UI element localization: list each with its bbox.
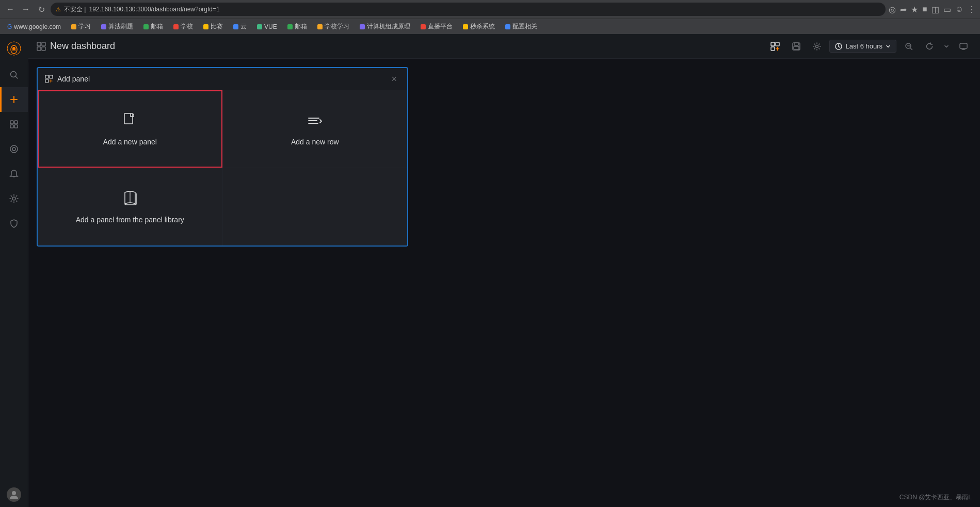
svg-line-33 [910, 48, 912, 50]
empty-panel-option [223, 168, 408, 246]
svg-rect-42 [124, 113, 133, 124]
sidebar-bottom [7, 487, 21, 507]
add-panel-header: Add panel × [38, 68, 407, 90]
bookmark-cloud[interactable]: 云 [230, 21, 250, 32]
svg-rect-16 [42, 42, 45, 46]
url-value: 192.168.100.130:3000/dashboard/new?orgId… [89, 6, 219, 13]
bookmark-google[interactable]: G www.google.com [4, 22, 64, 31]
add-panel-icon [770, 42, 780, 51]
forward-button[interactable]: → [20, 3, 32, 15]
reload-button[interactable]: ↻ [35, 3, 47, 15]
add-panel-title-icon [45, 75, 53, 83]
footer-credit: CSDN @艾卡西亚、暴雨L [899, 493, 972, 502]
bookmark-mail2[interactable]: 邮箱 [284, 21, 310, 32]
sidebar-item-settings[interactable] [0, 186, 28, 211]
svg-rect-15 [37, 42, 41, 46]
bookmark-mail[interactable]: 邮箱 [140, 21, 166, 32]
svg-rect-34 [960, 43, 967, 48]
shield-icon [9, 219, 19, 228]
refresh-button[interactable] [921, 39, 938, 54]
dropdown-chevron-icon [944, 44, 949, 49]
bookmark-contest[interactable]: 比赛 [200, 21, 226, 32]
dashboard-grid-icon [37, 42, 46, 51]
address-bar[interactable]: ⚠ 不安全 | 192.168.100.130:3000/dashboard/n… [51, 3, 886, 16]
bookmark-vue[interactable]: VUE [254, 22, 280, 31]
svg-rect-18 [42, 47, 45, 51]
profile-icon[interactable]: ◫ [931, 5, 939, 14]
document-icon [122, 112, 138, 129]
bookmark-label: 算法刷题 [108, 22, 133, 31]
dashboard-title-area: New dashboard [37, 41, 766, 52]
svg-rect-17 [37, 47, 41, 51]
add-new-panel-option[interactable]: Add a new panel [38, 90, 222, 168]
clock-icon [835, 43, 842, 50]
sidebar-item-explore[interactable] [0, 137, 28, 161]
add-new-row-option[interactable]: Add a new row [223, 90, 408, 168]
back-button[interactable]: ← [4, 3, 17, 15]
svg-point-14 [12, 491, 16, 495]
svg-rect-10 [14, 125, 18, 128]
svg-rect-7 [10, 121, 13, 124]
puzzle-icon[interactable]: ■ [922, 5, 927, 14]
svg-rect-19 [771, 42, 775, 46]
menu-icon[interactable]: ⋮ [968, 5, 976, 14]
search-icon [9, 70, 19, 79]
chevron-down-icon [886, 44, 891, 49]
svg-rect-8 [14, 121, 18, 124]
bookmark-config[interactable]: 配置相关 [502, 21, 540, 32]
refresh-dropdown-button[interactable] [942, 41, 951, 52]
bookmark-icon[interactable]: ★ [911, 5, 918, 14]
time-range-button[interactable]: Last 6 hours [829, 40, 896, 53]
main-content: New dashboard [28, 34, 980, 507]
sidebar-item-dashboards[interactable] [0, 112, 28, 137]
bookmark-label: 学校学习 [325, 22, 349, 31]
tv-mode-button[interactable] [955, 39, 972, 54]
grafana-logo-svg [7, 41, 21, 56]
sidebar-item-search[interactable] [0, 62, 28, 87]
tv-icon [959, 42, 968, 51]
sidebar-item-add[interactable] [0, 87, 28, 112]
svg-point-13 [12, 197, 15, 200]
zoom-out-button[interactable] [901, 39, 917, 54]
grafana-logo[interactable] [0, 34, 28, 62]
add-library-panel-option[interactable]: Add a panel from the panel library [38, 168, 222, 246]
gear-icon [9, 194, 19, 203]
avatar[interactable] [7, 487, 21, 502]
sidebar-item-alerting[interactable] [0, 161, 28, 186]
book-icon [122, 190, 138, 207]
bookmark-flash-sale[interactable]: 秒杀系统 [460, 21, 498, 32]
dashboards-icon [9, 120, 19, 129]
library-panel-label: Add a panel from the panel library [76, 216, 184, 224]
new-row-label: Add a new row [291, 138, 339, 146]
panel-options-grid: Add a new panel Add a new row [38, 90, 407, 246]
bell-icon [9, 169, 19, 178]
add-panel-container: Add panel × Add a ne [37, 67, 408, 247]
svg-rect-9 [10, 125, 13, 128]
row-icon [307, 112, 323, 129]
add-panel-close-button[interactable]: × [388, 73, 400, 85]
security-icon: ⚠ [56, 6, 61, 13]
svg-point-11 [10, 145, 18, 153]
bookmark-streaming[interactable]: 直播平台 [417, 21, 456, 32]
bookmark-school-study[interactable]: 学校学习 [314, 21, 352, 32]
svg-rect-37 [45, 75, 49, 78]
bookmark-study[interactable]: 学习 [68, 21, 94, 32]
bookmark-school[interactable]: 学校 [170, 21, 196, 32]
svg-rect-20 [776, 42, 779, 46]
extensions-icon[interactable]: ◎ [889, 5, 896, 14]
bookmark-label: www.google.com [14, 23, 61, 30]
sidebar-item-shield[interactable] [0, 211, 28, 236]
sidebar [0, 34, 28, 507]
user-icon[interactable]: ☺ [955, 5, 963, 14]
share-icon[interactable]: ➦ [900, 5, 907, 14]
library-panel-icon [122, 190, 138, 209]
settings-button[interactable] [809, 39, 825, 54]
bookmark-computer-org[interactable]: 计算机组成原理 [357, 21, 413, 32]
bookmark-algo[interactable]: 算法刷题 [98, 21, 136, 32]
tablet-icon[interactable]: ▭ [943, 5, 951, 14]
save-button[interactable] [788, 39, 805, 54]
add-panel-button[interactable] [766, 39, 784, 54]
time-range-label: Last 6 hours [845, 42, 882, 50]
bookmark-label: VUE [264, 23, 277, 30]
browser-toolbar-icons: ◎ ➦ ★ ■ ◫ ▭ ☺ ⋮ [889, 5, 976, 14]
